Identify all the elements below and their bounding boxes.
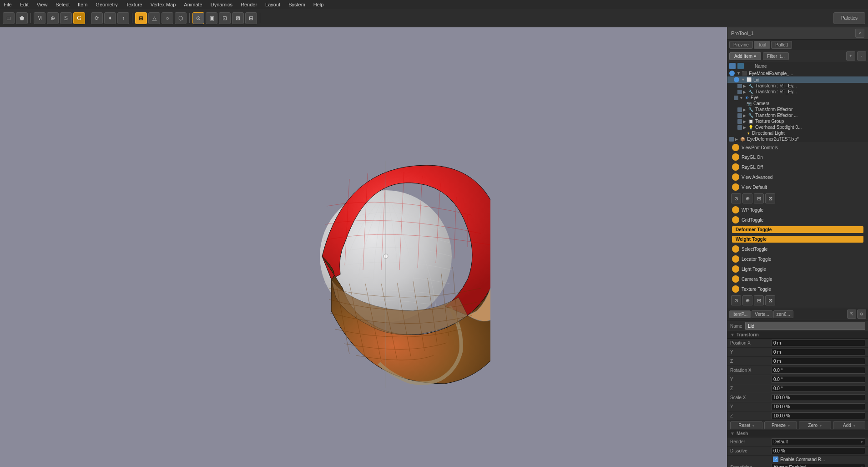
transform-section[interactable]: ▼ Transform [727,331,868,339]
rotation-z-value[interactable]: 0.0 ° [771,385,865,392]
tree-icon-btn1[interactable]: + [846,51,855,61]
enable-cmd-checkbox[interactable]: ✓ [773,457,778,462]
vp-light-btn[interactable]: Light Toggle [729,264,866,274]
vp-wp-btn[interactable]: WP Toggle [729,205,866,214]
menu-vertex-map[interactable]: Vertex Map [149,2,178,7]
toolbar-transform[interactable]: ✦ [104,12,116,24]
tree-item-texgrp[interactable]: ▶ 🔲 Texture Group [727,118,868,124]
rotation-y-value[interactable]: 0.0 ° [771,376,865,383]
props-tab-zen6[interactable]: zen6... [773,310,793,318]
menu-select[interactable]: Select [54,2,71,7]
tree-item-te2[interactable]: ▶ 🔧 Transform Effector ... [727,112,868,118]
toolbar-plus[interactable]: ⊕ [47,12,59,24]
viewport[interactable] [0,27,727,467]
tree-item-te1[interactable]: ▶ 🔧 Transform Effector [727,107,868,112]
menu-texture[interactable]: Texture [124,2,144,7]
tree-item-transform2[interactable]: ▶ 🔧 Transform : RT_Ey... [727,89,868,95]
menu-render[interactable]: Render [239,2,259,7]
tab-tool[interactable]: Tool [754,41,770,49]
vp-select-btn[interactable]: SelectToggle [729,244,866,254]
position-z-value[interactable]: 0 m [771,358,865,365]
toolbar-g[interactable]: G [73,12,85,24]
menu-system[interactable]: System [287,2,307,7]
freeze-btn[interactable]: Freeze ▾ [764,421,797,429]
props-tab-item[interactable]: ItemP... [729,310,751,318]
mesh-section[interactable]: ▼ Mesh [727,430,868,437]
protool-close[interactable]: × [855,29,864,38]
tree-item-eyedef[interactable]: ▶ 📦 EyeDeformer2aTEST.lxo* [727,136,868,142]
tree-item-spotlight[interactable]: ▶ 💡 Overhead Spotlight 0... [727,124,868,130]
vp-viewdef-btn[interactable]: View Default [729,183,866,192]
add-btn[interactable]: Add ▾ [833,421,865,429]
vs-icon5[interactable]: ⊙ [731,295,741,305]
props-expand-btn[interactable]: ⇱ [847,310,856,319]
toolbar-circle[interactable]: ○ [161,12,173,24]
vs-icon6[interactable]: ⊕ [742,295,752,305]
scale-z-value[interactable]: 100.0 % [771,412,865,419]
tree-item-camera[interactable]: 📷 Camera [727,101,868,107]
add-item-button[interactable]: Add Item ▾ [729,52,761,60]
menu-animate[interactable]: Animate [182,2,204,7]
reset-btn[interactable]: Reset ▾ [730,421,762,429]
vp-weight-btn[interactable]: Weight Toggle [732,236,863,243]
tab-pallett[interactable]: Pallett [771,41,792,49]
tree-item-eyemodel[interactable]: ▼ ⬛ EyeModelExample_... [727,70,868,76]
toolbar-m[interactable]: M [34,12,45,24]
menu-view[interactable]: View [35,2,50,7]
vp-grid-btn[interactable]: GridToggle [729,215,866,224]
vp-controls-header-btn[interactable]: ViewPort Controls [729,143,866,152]
palettes-button[interactable]: Palettes [833,12,865,24]
render-dropdown[interactable]: Default ▾ [771,438,865,445]
scale-x-value[interactable]: 100.0 % [771,394,865,401]
toolbar-grid[interactable]: ⊞ [135,12,147,24]
zero-btn[interactable]: Zero ▾ [799,421,831,429]
vs-icon2[interactable]: ⊕ [742,193,752,203]
vs-icon3[interactable]: ⊞ [754,193,764,203]
tree-item-eye[interactable]: ▼ 👁 Eye [727,95,868,101]
menu-edit[interactable]: Edit [18,2,30,7]
menu-file[interactable]: File [2,2,14,7]
toolbar-render1[interactable]: ⊙ [192,12,204,24]
menu-geometry[interactable]: Geometry [94,2,119,7]
toolbar-render5[interactable]: ⊟ [245,12,257,24]
vs-icon1[interactable]: ⊙ [731,193,741,203]
position-y-value[interactable]: 0 m [771,349,865,355]
vp-texture-btn[interactable]: Texture Toggle [729,284,866,294]
vp-camera-btn[interactable]: Camera Toggle [729,274,866,284]
dissolve-value[interactable]: 0.0 % [771,447,865,454]
toolbar-render3[interactable]: ⊡ [219,12,231,24]
vp-rayglon-btn[interactable]: RayGL On [729,152,866,162]
menu-item[interactable]: Item [76,2,89,7]
menu-dynamics[interactable]: Dynamics [209,2,234,7]
toolbar-new[interactable]: □ [3,12,15,24]
tree-item-lid[interactable]: ▼ ⬜ Lid [727,76,868,83]
tab-provine[interactable]: Provine [729,41,753,49]
vs-icon4[interactable]: ⊠ [765,193,775,203]
vs-icon7[interactable]: ⊞ [754,295,764,305]
tree-item-dirlight[interactable]: ☀ Directional Light [727,130,868,136]
scale-y-value[interactable]: 100.0 % [771,403,865,410]
rotation-x-value[interactable]: 0.0 ° [771,367,865,374]
smoothing-dropdown[interactable]: Always Enabled ▾ [771,464,865,467]
vs-icon8[interactable]: ⊠ [765,295,775,305]
menu-help[interactable]: Help [312,2,326,7]
toolbar-rotate[interactable]: ⟳ [91,12,103,24]
vp-raygloff-btn[interactable]: RayGL Off [729,162,866,172]
props-tab-verte[interactable]: Verte... [752,310,772,318]
vp-locator-btn[interactable]: Locator Toggle [729,254,866,264]
vp-deformer-btn[interactable]: Deformer Toggle [732,226,863,233]
vp-viewadv-btn[interactable]: View Advanced [729,173,866,182]
toolbar-s[interactable]: S [60,12,72,24]
toolbar-open[interactable]: ⬟ [16,12,28,24]
position-x-value[interactable]: 0 m [771,340,865,346]
toolbar-up[interactable]: ↑ [117,12,129,24]
menu-layout[interactable]: Layout [263,2,282,7]
props-settings-btn[interactable]: ⚙ [857,310,866,319]
toolbar-hex[interactable]: ⬡ [175,12,187,24]
name-input[interactable] [745,322,865,330]
tree-icon-btn2[interactable]: - [857,51,866,61]
filter-button[interactable]: Filter It... [763,52,789,60]
toolbar-render2[interactable]: ▣ [206,12,217,24]
toolbar-tri[interactable]: △ [148,12,160,24]
tree-item-transform1[interactable]: ▶ 🔧 Transform : RT_Ey... [727,83,868,89]
